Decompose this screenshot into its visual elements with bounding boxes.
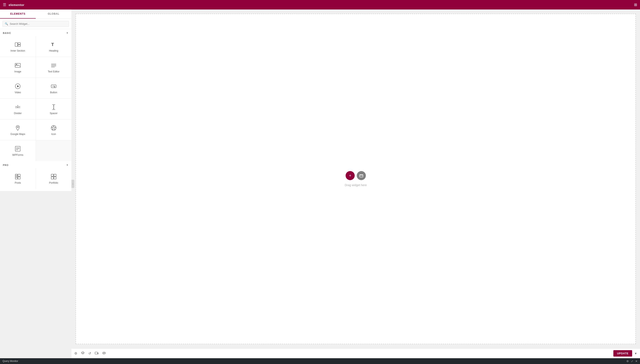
- svg-point-23: [17, 126, 18, 128]
- widget-inner-section[interactable]: Inner Section: [0, 36, 36, 57]
- svg-rect-2: [18, 45, 21, 46]
- widget-google-maps-label: Google Maps: [11, 133, 25, 136]
- widget-spacer-label: Spacer: [50, 112, 58, 115]
- app-title: elementor: [9, 3, 24, 6]
- svg-marker-11: [17, 85, 19, 87]
- svg-rect-40: [54, 177, 56, 179]
- posts-icon: [15, 174, 21, 180]
- pro-chevron-icon: ▼: [66, 164, 69, 166]
- svg-rect-43: [98, 353, 98, 354]
- svg-rect-30: [15, 174, 18, 179]
- widget-posts[interactable]: Posts: [0, 168, 36, 189]
- svg-rect-39: [51, 177, 54, 179]
- svg-rect-37: [51, 174, 54, 176]
- widget-button[interactable]: Button: [36, 78, 72, 98]
- query-monitor-expand-icon[interactable]: ⤢: [631, 360, 633, 363]
- sidebar-container: ELEMENTS GLOBAL 🔍 BASIC ▼: [0, 10, 72, 358]
- query-monitor-bar: Query Monitor ⚙ ⤢ ✕: [0, 358, 640, 364]
- query-monitor-label: Query Monitor: [3, 360, 18, 362]
- icon-icon: [51, 125, 57, 131]
- sidebar: ELEMENTS GLOBAL 🔍 BASIC ▼: [0, 10, 72, 191]
- widget-list: BASIC ▼ Inner Section: [0, 29, 72, 191]
- drop-hint: Drag widget here: [345, 184, 367, 187]
- widget-empty: [36, 140, 72, 161]
- svg-rect-38: [54, 174, 56, 176]
- drop-zone-buttons: +: [346, 171, 366, 180]
- toolbar-left: ⚙ ↺: [74, 351, 106, 356]
- widget-icon[interactable]: Icon: [36, 120, 72, 140]
- query-monitor-settings-icon[interactable]: ⚙: [626, 360, 629, 363]
- widget-heading-label: Heading: [49, 49, 58, 52]
- tab-global[interactable]: GLOBAL: [36, 10, 72, 18]
- widget-text-editor[interactable]: Text Editor: [36, 57, 72, 78]
- canvas-area: + Drag widget here: [72, 10, 640, 348]
- svg-rect-42: [95, 352, 98, 354]
- widget-divider[interactable]: Divider: [0, 99, 36, 119]
- svg-marker-21: [53, 106, 54, 106]
- pro-section-label: PRO: [3, 164, 9, 166]
- pro-widget-grid: Posts Portfolio: [0, 168, 72, 189]
- canvas-section: + Drag widget here ⚙: [72, 10, 640, 358]
- layers-icon[interactable]: [81, 351, 85, 356]
- svg-text:T: T: [51, 42, 54, 47]
- widget-spacer[interactable]: Spacer: [36, 99, 72, 119]
- svg-rect-41: [360, 174, 363, 177]
- widget-video[interactable]: Video: [0, 78, 36, 98]
- widget-inner-section-label: Inner Section: [11, 49, 25, 52]
- portfolio-icon: [51, 174, 57, 180]
- update-button[interactable]: UPDATE: [613, 350, 632, 356]
- query-monitor-right: ⚙ ⤢ ✕: [626, 360, 637, 363]
- header-left: ☰ elementor: [3, 2, 24, 7]
- widget-image[interactable]: Image: [0, 57, 36, 78]
- svg-marker-16: [17, 105, 18, 106]
- widget-google-maps[interactable]: Google Maps: [0, 120, 36, 140]
- preview-icon[interactable]: [102, 351, 106, 356]
- divider-icon: [15, 104, 21, 110]
- svg-rect-32: [18, 177, 20, 179]
- drop-zone: + Drag widget here: [76, 14, 636, 344]
- svg-marker-25: [52, 126, 56, 130]
- widget-portfolio-label: Portfolio: [49, 182, 58, 184]
- basic-section-header[interactable]: BASIC ▼: [0, 29, 72, 36]
- svg-rect-1: [18, 43, 21, 44]
- wpforms-icon: [15, 146, 21, 152]
- basic-widget-grid: Inner Section T Heading: [0, 36, 72, 161]
- widget-button-label: Button: [50, 91, 57, 94]
- grid-icon[interactable]: ⊞: [634, 2, 637, 7]
- add-section-button[interactable]: +: [346, 171, 355, 180]
- svg-marker-22: [53, 108, 54, 109]
- settings-icon[interactable]: ⚙: [74, 352, 77, 355]
- sidebar-toggle-icon: ‹: [73, 183, 73, 185]
- widget-video-label: Video: [15, 91, 21, 94]
- search-input[interactable]: [10, 22, 67, 26]
- widget-posts-label: Posts: [15, 182, 21, 184]
- image-icon: [15, 62, 21, 68]
- svg-rect-0: [15, 43, 18, 46]
- widget-portfolio[interactable]: Portfolio: [36, 168, 72, 189]
- toolbar-right: UPDATE ▼: [613, 350, 637, 356]
- inner-section-icon: [15, 42, 21, 48]
- sidebar-toggle[interactable]: ‹: [72, 180, 74, 188]
- hamburger-icon[interactable]: ☰: [3, 2, 6, 7]
- widget-wpforms[interactable]: WPForms: [0, 140, 36, 161]
- main-layout: ELEMENTS GLOBAL 🔍 BASIC ▼: [0, 10, 640, 358]
- google-maps-icon: [15, 125, 21, 131]
- search-input-wrap: 🔍: [3, 21, 69, 27]
- widget-icon-label: Icon: [51, 133, 56, 136]
- widget-heading[interactable]: T Heading: [36, 36, 72, 57]
- basic-chevron-icon: ▼: [66, 32, 69, 34]
- video-icon: [15, 83, 21, 89]
- add-template-button[interactable]: [357, 171, 366, 180]
- tab-elements[interactable]: ELEMENTS: [0, 10, 36, 18]
- search-icon: 🔍: [5, 22, 8, 26]
- responsive-icon[interactable]: [95, 351, 99, 356]
- spacer-icon: [51, 104, 57, 110]
- widget-text-editor-label: Text Editor: [48, 70, 60, 73]
- pro-section-header[interactable]: PRO ▼: [0, 161, 72, 168]
- widget-image-label: Image: [15, 70, 21, 73]
- query-monitor-close-icon[interactable]: ✕: [635, 360, 637, 363]
- svg-rect-31: [18, 174, 20, 176]
- update-dropdown-arrow[interactable]: ▼: [634, 352, 637, 355]
- history-icon[interactable]: ↺: [88, 352, 91, 355]
- button-icon: [51, 83, 57, 89]
